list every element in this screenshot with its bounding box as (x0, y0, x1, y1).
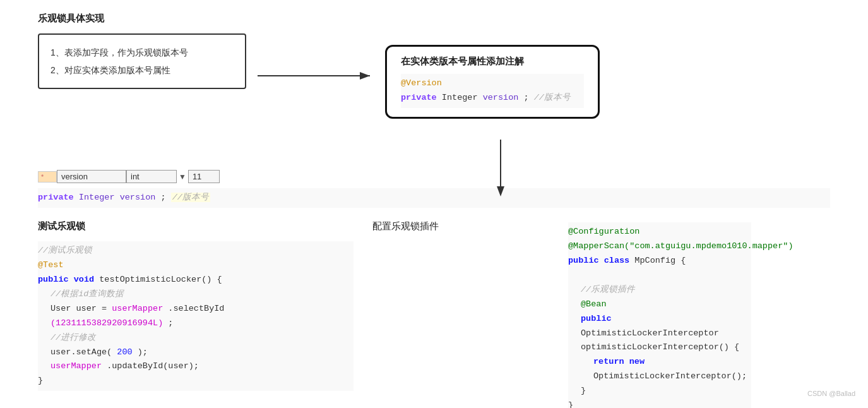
code-comment-test: //测试乐观锁 (38, 244, 354, 258)
arrow-down-icon (491, 140, 510, 196)
config-method-return-type: public OptimisticLockerInterceptor (568, 312, 751, 341)
step1-text: 1、表添加字段，作为乐观锁版本号 (51, 44, 234, 61)
code-select: User user = userMapper .selectById (38, 302, 354, 316)
annotation-box-title: 在实体类版本号属性添加注解 (401, 56, 584, 68)
code-test-annotation: @Test (38, 258, 354, 273)
version-field-code: private Integer version ; //版本号 (401, 91, 584, 105)
test-section-title: 测试乐观锁 (38, 220, 354, 232)
config-annotation-config: @Configuration (568, 225, 751, 239)
watermark: CSDN @Ballad (807, 390, 855, 397)
config-code-block: @Configuration @MapperScan("com.atguigu.… (568, 222, 751, 408)
config-annotation-mapper: @MapperScan("com.atguigu.mpdemo1010.mapp… (568, 239, 751, 254)
db-table-row: * version int ▼ 11 (38, 170, 830, 183)
code-id: (1231115382920916994L) ; (38, 316, 354, 331)
code-comment-query: //根据id查询数据 (38, 287, 354, 302)
code-comment-update: //进行修改 (38, 331, 354, 345)
config-return: return new OptimisticLockerInterceptor()… (568, 355, 751, 384)
arrow-right-icon (258, 66, 378, 85)
code-close-brace: } (38, 374, 354, 388)
config-outer-close: } (568, 399, 751, 408)
config-method-name: optimisticLockerInterceptor() { (568, 340, 751, 355)
code-method-sig: public void testOptimisticLocker() { (38, 273, 354, 287)
config-bean-annotation: @Bean (568, 297, 751, 312)
test-code-block: //测试乐观锁 @Test public void testOptimistic… (38, 241, 354, 391)
version-annotation: @Version (401, 76, 584, 91)
test-section: 测试乐观锁 //测试乐观锁 @Test public void testOpti… (38, 220, 354, 391)
entity-code-block: private Integer version ; //版本号 (38, 188, 830, 208)
config-class-decl: public class MpConfig { (568, 254, 751, 268)
db-field-value: 11 (188, 170, 220, 183)
page-title: 乐观锁具体实现 (38, 13, 830, 25)
code-setage: user.setAge( 200 ); (38, 345, 354, 360)
db-field-type: int (126, 170, 177, 183)
code-update: userMapper .updateById(user); (38, 359, 354, 374)
step2-text: 2、对应实体类添加版本号属性 (51, 61, 234, 79)
config-section: 配置乐观锁插件 @Configuration @MapperScan("com.… (372, 220, 751, 408)
config-comment-plugin: //乐观锁插件 (568, 283, 751, 297)
annotation-box: 在实体类版本号属性添加注解 @Version private Integer v… (385, 45, 600, 119)
db-key-marker: * (38, 171, 57, 183)
left-steps-box: 1、表添加字段，作为乐观锁版本号 2、对应实体类添加版本号属性 (38, 33, 246, 89)
config-inner-close: } (568, 384, 751, 399)
db-field-name: version (57, 170, 126, 183)
